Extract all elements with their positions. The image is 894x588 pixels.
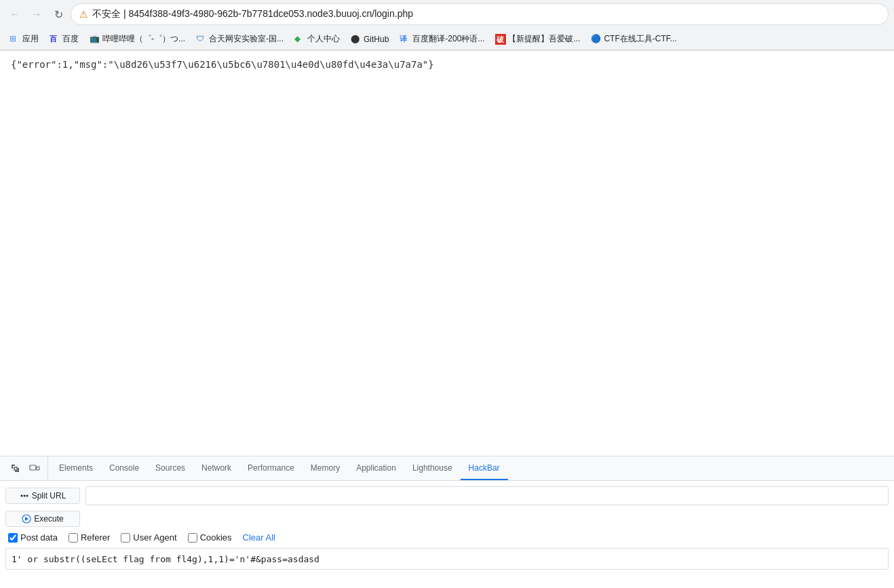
tab-hackbar[interactable]: HackBar (461, 456, 508, 480)
devtools-icon-bar (3, 456, 48, 480)
post-data-input[interactable] (5, 548, 889, 570)
bilibili-icon: 📺 (90, 34, 100, 45)
page-content: {"error":1,"msg":"\u8d26\u53f7\u6216\u5b… (0, 51, 894, 456)
bookmark-bilibili-label: 哔哩哔哩（゜-゜）つ... (102, 33, 185, 45)
split-icon (20, 491, 29, 501)
bookmark-baidu[interactable]: 百 百度 (45, 31, 83, 47)
page-response-text: {"error":1,"msg":"\u8d26\u53f7\u6216\u5b… (11, 59, 883, 70)
bookmark-apps-label: 应用 (22, 33, 39, 45)
bookmark-malwarebytes[interactable]: 🛡 合天网安实验室-国... (192, 31, 288, 47)
checkbox-row: Post data Referer User Agent Cookies Cle… (5, 532, 889, 543)
bookmark-translate-label: 百度翻译-200种语... (412, 33, 484, 45)
svg-marker-6 (25, 517, 28, 521)
bookmark-apps[interactable]: ⊞ 应用 (5, 31, 43, 47)
tab-network[interactable]: Network (193, 456, 239, 480)
tab-console[interactable]: Console (101, 456, 147, 480)
user-agent-checkbox[interactable]: User Agent (121, 532, 176, 543)
apps-icon: ⊞ (9, 34, 20, 45)
personal-icon: ◆ (294, 34, 305, 45)
svg-rect-1 (37, 467, 39, 470)
nav-bar: ← → ↻ ⚠ 不安全 | 8454f388-49f3-4980-962b-7b… (0, 0, 894, 28)
bookmark-wuaige[interactable]: 破 【新提醒】吾爱破... (491, 31, 584, 47)
address-bar[interactable]: ⚠ 不安全 | 8454f388-49f3-4980-962b-7b7781dc… (71, 3, 889, 25)
post-data-checkbox[interactable]: Post data (8, 532, 58, 543)
execute-row: Execute (5, 511, 889, 527)
devtools-tabs: Elements Console Sources Network Perform… (0, 456, 894, 481)
referer-checkbox[interactable]: Referer (69, 532, 110, 543)
ctf-icon: 🔵 (591, 34, 602, 45)
svg-point-3 (23, 495, 25, 497)
tab-application[interactable]: Application (348, 456, 404, 480)
svg-rect-0 (30, 465, 36, 470)
execute-button[interactable]: Execute (5, 511, 80, 527)
wuaige-icon: 破 (495, 34, 506, 45)
bookmark-personal[interactable]: ◆ 个人中心 (290, 31, 344, 47)
bookmark-github[interactable]: ⬤ GitHub (347, 32, 393, 47)
reload-button[interactable]: ↻ (49, 5, 68, 24)
device-toolbar-button[interactable] (26, 460, 43, 477)
user-agent-check[interactable] (121, 533, 130, 543)
execute-icon (22, 514, 31, 524)
bookmark-personal-label: 个人中心 (307, 33, 340, 45)
bookmark-ctf-label: CTF在线工具-CTF... (604, 33, 676, 45)
bookmark-bilibili[interactable]: 📺 哔哩哔哩（゜-゜）つ... (85, 31, 189, 47)
translate-icon: 译 (400, 34, 410, 45)
svg-point-4 (26, 495, 28, 497)
cookies-check[interactable] (188, 533, 197, 543)
bookmark-malwarebytes-label: 合天网安实验室-国... (209, 33, 284, 45)
baidu-icon: 百 (50, 34, 60, 45)
bookmark-wuaige-label: 【新提醒】吾爱破... (508, 33, 580, 45)
back-button[interactable]: ← (5, 5, 24, 24)
hackbar-url-input[interactable] (85, 486, 889, 505)
clear-all-button[interactable]: Clear All (243, 532, 275, 543)
referer-check[interactable] (69, 533, 78, 543)
tab-lighthouse[interactable]: Lighthouse (404, 456, 461, 480)
svg-point-2 (20, 495, 22, 497)
warning-icon: ⚠ (79, 9, 88, 20)
bookmark-translate[interactable]: 译 百度翻译-200种语... (395, 31, 488, 47)
forward-button[interactable]: → (27, 5, 46, 24)
cookies-checkbox[interactable]: Cookies (188, 532, 232, 543)
browser-chrome: ← → ↻ ⚠ 不安全 | 8454f388-49f3-4980-962b-7b… (0, 0, 894, 51)
malwarebytes-icon: 🛡 (196, 34, 207, 45)
bookmark-ctf[interactable]: 🔵 CTF在线工具-CTF... (587, 31, 680, 47)
tab-performance[interactable]: Performance (239, 456, 303, 480)
bookmark-baidu-label: 百度 (62, 33, 79, 45)
bookmarks-bar: ⊞ 应用 百 百度 📺 哔哩哔哩（゜-゜）つ... 🛡 合天网安实验室-国...… (0, 28, 894, 50)
hackbar-body: Split URL Execute Post data Referer (0, 481, 894, 575)
github-icon: ⬤ (351, 34, 362, 45)
tab-elements[interactable]: Elements (51, 456, 101, 480)
inspect-element-button[interactable] (7, 460, 24, 477)
tab-sources[interactable]: Sources (147, 456, 193, 480)
bookmark-github-label: GitHub (364, 35, 389, 44)
devtools-panel: Elements Console Sources Network Perform… (0, 456, 894, 588)
tab-memory[interactable]: Memory (303, 456, 348, 480)
post-data-check[interactable] (8, 533, 18, 543)
url-input-row: Split URL (5, 486, 889, 505)
split-url-button[interactable]: Split URL (5, 488, 80, 504)
url-text: 不安全 | 8454f388-49f3-4980-962b-7b7781dce0… (92, 8, 880, 20)
